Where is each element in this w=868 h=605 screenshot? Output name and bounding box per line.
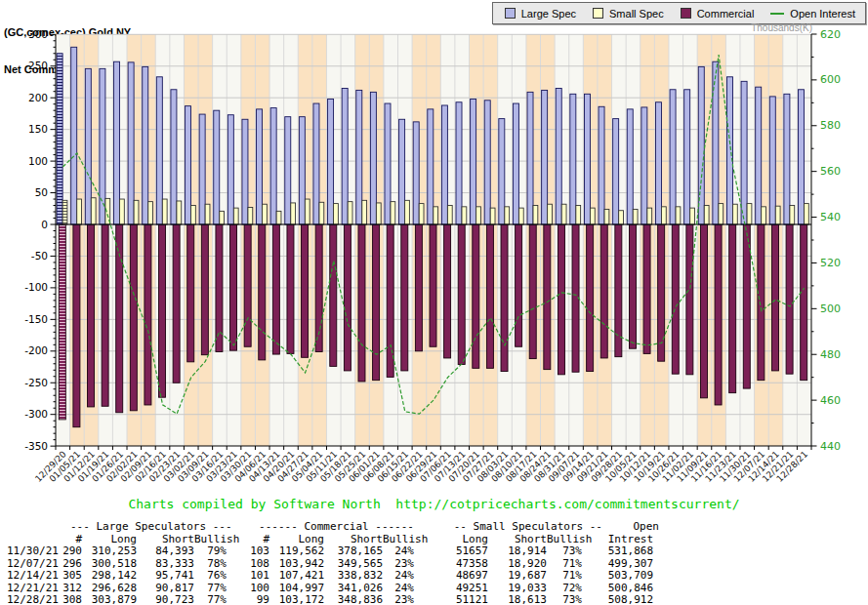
commercial-bar: [444, 224, 451, 358]
row-value: 338,832: [324, 570, 383, 583]
large-spec-bar: [156, 77, 162, 224]
small-spec-bar: [334, 204, 339, 224]
row-value: 23%: [383, 594, 414, 605]
large-spec-bar: [143, 66, 148, 224]
large-spec-bar: [227, 115, 233, 224]
group-header: -- Small Speculators --: [444, 521, 602, 534]
small-spec-bar: [391, 202, 395, 224]
small-spec-bar: [233, 208, 238, 224]
commercial-bar: [302, 224, 309, 357]
left-axis-label: -100: [24, 281, 48, 293]
large-spec-bar: [328, 99, 334, 224]
large-spec-bar: [171, 90, 177, 224]
small-spec-bar: [719, 204, 723, 224]
small-spec-bar: [120, 199, 125, 224]
row-value: 24%: [383, 545, 414, 558]
row-date: 12/14/21: [7, 570, 52, 583]
credit-url-link[interactable]: http://cotpricecharts.com/commitmentscur…: [395, 497, 739, 511]
large-spec-bar: [413, 122, 419, 224]
commercial-bar: [672, 224, 679, 374]
small-spec-bar: [804, 204, 808, 224]
small-spec-bar: [348, 202, 352, 224]
row-value: 310,253: [82, 545, 137, 558]
left-axis-label: -350: [24, 440, 48, 452]
small-spec-bar: [676, 207, 681, 224]
credit-text: Charts compiled by Software North: [128, 497, 380, 511]
large-spec-bar: [285, 117, 291, 224]
large-spec-bar: [186, 106, 191, 224]
row-value: 503,709: [582, 570, 653, 583]
large-spec-bar: [114, 61, 120, 224]
row-value: 51121: [414, 594, 488, 605]
left-axis-label: 50: [35, 186, 48, 198]
large-spec-bar: [726, 77, 732, 224]
commercial-bar: [287, 224, 294, 353]
row-value: 107,421: [269, 570, 324, 583]
row-value: 77%: [194, 594, 227, 605]
small-spec-bar: [362, 200, 367, 224]
small-spec-bar: [704, 206, 709, 224]
right-axis-label: 440: [820, 440, 841, 453]
large-spec-bar: [399, 119, 405, 224]
large-spec-bar: [741, 81, 747, 224]
commercial-bar: [415, 224, 422, 351]
small-spec-bar: [690, 208, 695, 224]
small-spec-bar: [747, 204, 752, 224]
large-spec-bar: [242, 119, 248, 224]
small-spec-bar: [419, 204, 424, 224]
large-spec-bar: [641, 107, 647, 224]
small-spec-bar: [205, 204, 210, 224]
commercial-bar: [715, 224, 722, 405]
row-value: 90,723: [137, 594, 194, 605]
row-value: 84,393: [137, 545, 194, 558]
small-spec-bar: [91, 198, 96, 224]
large-spec-bar: [257, 109, 263, 224]
small-spec-bar: [661, 207, 666, 224]
commercial-bar: [330, 224, 337, 366]
large-spec-bar: [199, 114, 205, 224]
table-row: 12/28/21308303,87990,72377%99103,172348,…: [7, 594, 861, 605]
large-spec-bar: [299, 117, 305, 224]
commercial-bar: [358, 224, 365, 382]
large-spec-bar: [214, 110, 220, 224]
small-spec-bar: [762, 207, 766, 224]
commercial-bar: [173, 224, 180, 383]
large-spec-bar: [71, 47, 77, 224]
right-axis-label: 520: [820, 257, 841, 269]
small-spec-bar: [376, 203, 381, 224]
small-spec-bar: [647, 208, 652, 224]
commercial-bar: [230, 224, 237, 350]
small-spec-bar: [790, 206, 795, 224]
row-value: 305: [52, 570, 82, 583]
row-value: 73%: [547, 545, 582, 558]
table-group-header-row: --- Large Speculators --------- Commerci…: [7, 521, 861, 534]
large-spec-bar: [542, 90, 548, 224]
small-spec-bar: [518, 208, 523, 224]
large-spec-bar: [128, 62, 134, 224]
row-value: 48697: [414, 570, 488, 583]
large-spec-bar: [342, 88, 348, 224]
commercial-bar: [771, 224, 778, 371]
small-spec-bar: [775, 206, 780, 224]
large-spec-bar: [499, 119, 505, 224]
right-axis-label: 540: [820, 211, 841, 223]
large-spec-bar: [471, 99, 476, 224]
right-axis-label: 620: [820, 28, 841, 41]
small-spec-bar: [462, 207, 467, 224]
commercial-bar: [430, 224, 436, 346]
small-spec-bar: [77, 199, 82, 224]
row-value: 79%: [194, 545, 227, 558]
small-spec-bar: [191, 206, 196, 224]
commercial-bar: [658, 224, 665, 361]
commercial-bar: [373, 224, 380, 381]
group-header: ------ Commercial ------: [252, 521, 414, 534]
commercial-bar: [729, 224, 736, 393]
small-spec-bar: [633, 209, 638, 224]
small-spec-bar: [533, 206, 538, 224]
commercial-bar: [387, 224, 393, 377]
row-value: 119,562: [269, 545, 324, 558]
right-axis-label: 600: [820, 73, 841, 86]
row-date: 12/28/21: [7, 594, 52, 605]
commercial-bar: [686, 224, 693, 375]
row-value: 18,613: [488, 594, 547, 605]
